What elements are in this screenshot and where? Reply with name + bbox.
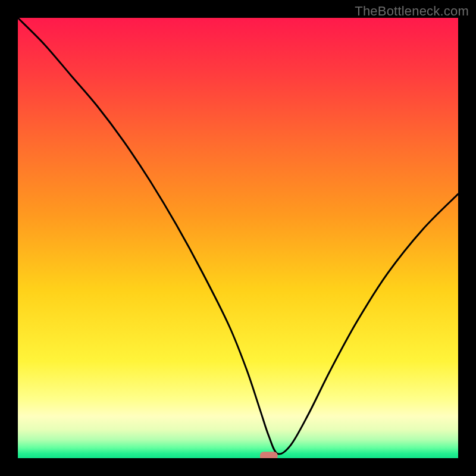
chart-frame: TheBottleneck.com <box>0 0 476 476</box>
bottleneck-curve <box>18 18 458 458</box>
optimal-marker <box>260 452 278 458</box>
plot-area <box>18 18 458 458</box>
watermark-text: TheBottleneck.com <box>355 4 469 19</box>
